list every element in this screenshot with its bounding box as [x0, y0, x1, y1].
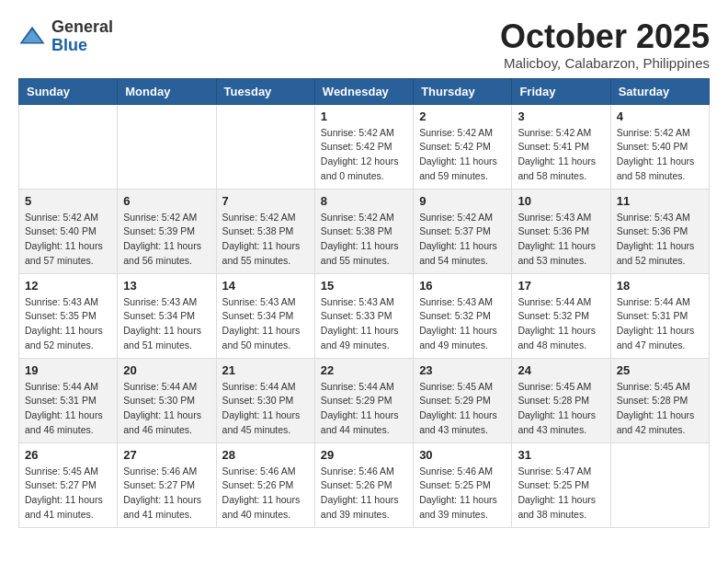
cell-info: Sunrise: 5:42 AMSunset: 5:41 PMDaylight:… [518, 126, 604, 184]
calendar-cell: 8Sunrise: 5:42 AMSunset: 5:38 PMDaylight… [314, 189, 413, 273]
cell-info: Sunrise: 5:46 AMSunset: 5:26 PMDaylight:… [321, 465, 407, 523]
cell-date: 12 [25, 279, 111, 293]
cell-date: 4 [617, 109, 703, 123]
calendar-cell [118, 104, 216, 189]
calendar-cell: 14Sunrise: 5:43 AMSunset: 5:34 PMDayligh… [216, 273, 314, 358]
week-row-2: 5Sunrise: 5:42 AMSunset: 5:40 PMDaylight… [19, 189, 710, 273]
calendar-cell: 24Sunrise: 5:45 AMSunset: 5:28 PMDayligh… [512, 358, 610, 442]
cell-info: Sunrise: 5:45 AMSunset: 5:28 PMDaylight:… [617, 380, 703, 438]
day-header-friday: Friday [512, 78, 610, 104]
cell-date: 7 [222, 194, 309, 208]
calendar-cell: 26Sunrise: 5:45 AMSunset: 5:27 PMDayligh… [19, 442, 118, 527]
cell-info: Sunrise: 5:42 AMSunset: 5:37 PMDaylight:… [419, 211, 506, 269]
calendar-cell: 18Sunrise: 5:44 AMSunset: 5:31 PMDayligh… [610, 273, 709, 358]
calendar-cell [216, 104, 314, 189]
calendar-cell: 21Sunrise: 5:44 AMSunset: 5:30 PMDayligh… [216, 358, 314, 442]
cell-info: Sunrise: 5:45 AMSunset: 5:28 PMDaylight:… [518, 380, 604, 438]
calendar-cell: 6Sunrise: 5:42 AMSunset: 5:39 PMDaylight… [118, 189, 216, 273]
cell-date: 6 [123, 194, 210, 208]
calendar-cell: 4Sunrise: 5:42 AMSunset: 5:40 PMDaylight… [610, 104, 709, 189]
cell-date: 20 [123, 363, 210, 377]
calendar-cell: 9Sunrise: 5:42 AMSunset: 5:37 PMDaylight… [414, 189, 512, 273]
cell-info: Sunrise: 5:42 AMSunset: 5:42 PMDaylight:… [419, 126, 506, 184]
calendar-container: General Blue October 2025 Malicboy, Cala… [0, 0, 728, 537]
day-header-wednesday: Wednesday [314, 78, 413, 104]
calendar-cell: 25Sunrise: 5:45 AMSunset: 5:28 PMDayligh… [610, 358, 709, 442]
cell-info: Sunrise: 5:43 AMSunset: 5:33 PMDaylight:… [321, 295, 407, 353]
calendar-cell: 1Sunrise: 5:42 AMSunset: 5:42 PMDaylight… [314, 104, 413, 189]
cell-info: Sunrise: 5:46 AMSunset: 5:26 PMDaylight:… [222, 465, 309, 523]
calendar-cell: 5Sunrise: 5:42 AMSunset: 5:40 PMDaylight… [19, 189, 118, 273]
day-header-monday: Monday [118, 78, 216, 104]
logo-general: General [51, 17, 113, 36]
cell-date: 25 [617, 363, 703, 377]
cell-date: 11 [617, 194, 703, 208]
cell-info: Sunrise: 5:47 AMSunset: 5:25 PMDaylight:… [518, 465, 604, 523]
cell-date: 27 [123, 448, 210, 462]
cell-info: Sunrise: 5:42 AMSunset: 5:40 PMDaylight:… [25, 211, 111, 269]
cell-info: Sunrise: 5:43 AMSunset: 5:36 PMDaylight:… [617, 211, 703, 269]
cell-info: Sunrise: 5:44 AMSunset: 5:30 PMDaylight:… [222, 380, 309, 438]
cell-date: 5 [25, 194, 111, 208]
calendar-cell: 30Sunrise: 5:46 AMSunset: 5:25 PMDayligh… [414, 442, 512, 527]
cell-date: 26 [25, 448, 111, 462]
calendar-cell [610, 442, 709, 527]
cell-date: 15 [321, 279, 407, 293]
cell-date: 21 [222, 363, 309, 377]
calendar-cell: 7Sunrise: 5:42 AMSunset: 5:38 PMDaylight… [216, 189, 314, 273]
cell-date: 29 [321, 448, 407, 462]
cell-date: 10 [518, 194, 604, 208]
calendar-cell: 3Sunrise: 5:42 AMSunset: 5:41 PMDaylight… [512, 104, 610, 189]
calendar-cell: 31Sunrise: 5:47 AMSunset: 5:25 PMDayligh… [512, 442, 610, 527]
cell-info: Sunrise: 5:44 AMSunset: 5:30 PMDaylight:… [123, 380, 210, 438]
cell-date: 28 [222, 448, 309, 462]
cell-date: 31 [518, 448, 604, 462]
cell-info: Sunrise: 5:43 AMSunset: 5:32 PMDaylight:… [419, 295, 506, 353]
title-block: October 2025 Malicboy, Calabarzon, Phili… [500, 18, 710, 71]
calendar-cell: 23Sunrise: 5:45 AMSunset: 5:29 PMDayligh… [414, 358, 512, 442]
calendar-cell: 12Sunrise: 5:43 AMSunset: 5:35 PMDayligh… [19, 273, 118, 358]
calendar-cell: 17Sunrise: 5:44 AMSunset: 5:32 PMDayligh… [512, 273, 610, 358]
month-title: October 2025 [500, 18, 710, 55]
cell-info: Sunrise: 5:45 AMSunset: 5:29 PMDaylight:… [419, 380, 506, 438]
cell-date: 19 [25, 363, 111, 377]
cell-info: Sunrise: 5:42 AMSunset: 5:42 PMDaylight:… [321, 126, 407, 184]
cell-info: Sunrise: 5:43 AMSunset: 5:34 PMDaylight:… [222, 295, 309, 353]
cell-info: Sunrise: 5:44 AMSunset: 5:31 PMDaylight:… [25, 380, 111, 438]
cell-info: Sunrise: 5:42 AMSunset: 5:38 PMDaylight:… [222, 211, 309, 269]
calendar-cell: 19Sunrise: 5:44 AMSunset: 5:31 PMDayligh… [19, 358, 118, 442]
calendar-cell: 27Sunrise: 5:46 AMSunset: 5:27 PMDayligh… [118, 442, 216, 527]
cell-info: Sunrise: 5:42 AMSunset: 5:38 PMDaylight:… [321, 211, 407, 269]
logo: General Blue [18, 18, 113, 55]
calendar-cell: 15Sunrise: 5:43 AMSunset: 5:33 PMDayligh… [314, 273, 413, 358]
cell-date: 1 [321, 109, 407, 123]
day-header-sunday: Sunday [19, 78, 118, 104]
day-header-saturday: Saturday [610, 78, 709, 104]
cell-info: Sunrise: 5:46 AMSunset: 5:27 PMDaylight:… [123, 465, 210, 523]
calendar-cell: 28Sunrise: 5:46 AMSunset: 5:26 PMDayligh… [216, 442, 314, 527]
cell-info: Sunrise: 5:46 AMSunset: 5:25 PMDaylight:… [419, 465, 506, 523]
cell-date: 30 [419, 448, 506, 462]
calendar-cell: 22Sunrise: 5:44 AMSunset: 5:29 PMDayligh… [314, 358, 413, 442]
day-header-thursday: Thursday [414, 78, 512, 104]
calendar-cell: 16Sunrise: 5:43 AMSunset: 5:32 PMDayligh… [414, 273, 512, 358]
calendar-cell: 20Sunrise: 5:44 AMSunset: 5:30 PMDayligh… [118, 358, 216, 442]
cell-info: Sunrise: 5:42 AMSunset: 5:40 PMDaylight:… [617, 126, 703, 184]
calendar-cell: 13Sunrise: 5:43 AMSunset: 5:34 PMDayligh… [118, 273, 216, 358]
calendar-table: SundayMondayTuesdayWednesdayThursdayFrid… [18, 78, 710, 528]
location: Malicboy, Calabarzon, Philippines [500, 55, 710, 71]
cell-info: Sunrise: 5:43 AMSunset: 5:34 PMDaylight:… [123, 295, 210, 353]
day-header-tuesday: Tuesday [216, 78, 314, 104]
calendar-cell: 11Sunrise: 5:43 AMSunset: 5:36 PMDayligh… [610, 189, 709, 273]
cell-info: Sunrise: 5:44 AMSunset: 5:29 PMDaylight:… [321, 380, 407, 438]
calendar-cell: 29Sunrise: 5:46 AMSunset: 5:26 PMDayligh… [314, 442, 413, 527]
cell-date: 9 [419, 194, 506, 208]
cell-info: Sunrise: 5:45 AMSunset: 5:27 PMDaylight:… [25, 465, 111, 523]
cell-date: 8 [321, 194, 407, 208]
logo-icon [18, 23, 46, 51]
logo-blue: Blue [51, 36, 87, 54]
cell-info: Sunrise: 5:43 AMSunset: 5:35 PMDaylight:… [25, 295, 111, 353]
cell-date: 22 [321, 363, 407, 377]
cell-info: Sunrise: 5:44 AMSunset: 5:31 PMDaylight:… [617, 295, 703, 353]
cell-date: 14 [222, 279, 309, 293]
